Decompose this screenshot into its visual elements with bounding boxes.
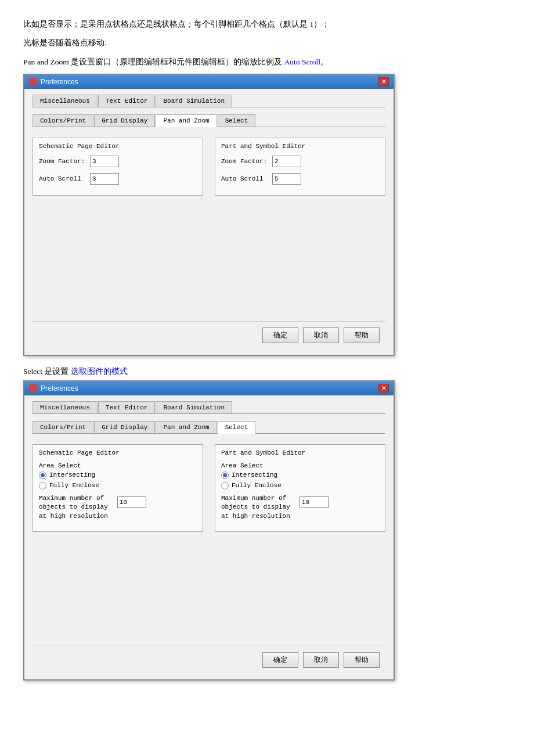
tab-miscellaneous[interactable]: Miscellaneous — [33, 95, 98, 107]
dialog2-tab-bar-row1: Miscellaneous Text Editor Board Simulati… — [33, 401, 385, 414]
dialog1-titlebar: Preferences ✕ — [24, 75, 394, 89]
dialog2-part-max-label: Maximum number of objects to display at … — [221, 494, 290, 521]
dialog2-button-bar: 确定 取消 帮助 — [33, 646, 385, 671]
intro-line3-prefix: Pan and Zoom 是设置窗口（原理图编辑框和元件图编辑框）的缩放比例及 — [23, 57, 284, 66]
dialog2-help-button[interactable]: 帮助 — [344, 652, 380, 668]
dialog2-title-left: Preferences — [29, 384, 78, 393]
dialog2-tab-colors-print[interactable]: Colors/Print — [33, 421, 93, 433]
dialog1-tab-bar-row1: Miscellaneous Text Editor Board Simulati… — [33, 95, 385, 107]
dialog2-close-button[interactable]: ✕ — [378, 384, 389, 393]
dialog2-empty-area — [33, 535, 385, 640]
dialog2-part-intersecting-radio[interactable] — [221, 471, 229, 479]
dialog2-schematic-max-row: Maximum number of objects to display at … — [39, 494, 197, 521]
dialog2-tab-grid-display[interactable]: Grid Display — [94, 421, 155, 433]
dialog2-schematic-max-label: Maximum number of objects to display at … — [39, 494, 108, 521]
dialog1-part-section: Part and Symbol Editor Zoom Factor: Auto… — [215, 138, 385, 196]
dialog2-title-text: Preferences — [41, 384, 78, 393]
dialog1-cancel-button[interactable]: 取消 — [303, 327, 339, 343]
intro-line1: 比如是否显示；是采用点状格点还是线状格点；每个引脚相距几个格点（默认是 1）； — [23, 17, 511, 31]
dialog1-part-zoom-input[interactable] — [272, 156, 301, 167]
dialog2-schematic-max-input[interactable] — [117, 496, 146, 508]
dialog2-part-section: Part and Symbol Editor Area Select Inter… — [215, 444, 385, 532]
dialog2-schematic-intersecting-row[interactable]: Intersecting — [39, 471, 197, 479]
dialog2-tab-miscellaneous[interactable]: Miscellaneous — [33, 401, 98, 413]
dialog1-part-scroll-input[interactable] — [272, 173, 301, 185]
dialog2-part-intersecting-label: Intersecting — [232, 471, 277, 478]
dialog1-schematic-title: Schematic Page Editor — [39, 143, 197, 150]
dialog1-help-button[interactable]: 帮助 — [344, 327, 380, 343]
dialog2-tab-select[interactable]: Select — [218, 421, 256, 434]
intro-line3: Pan and Zoom 是设置窗口（原理图编辑框和元件图编辑框）的缩放比例及 … — [23, 55, 511, 69]
dialog2-panel-sections: Schematic Page Editor Area Select Inters… — [33, 441, 385, 535]
dialog2-part-fullyenclose-radio[interactable] — [221, 482, 229, 489]
dialog2-tab-board-simulation[interactable]: Board Simulation — [156, 401, 232, 413]
tab-pan-and-zoom[interactable]: Pan and Zoom — [156, 114, 217, 127]
dialog2-content: Miscellaneous Text Editor Board Simulati… — [24, 395, 394, 679]
intro-auto-scroll: Auto Scroll — [284, 57, 321, 66]
dialog2-schematic-fullyenclose-label: Fully Enclose — [49, 482, 99, 489]
dialog2-schematic-fullyenclose-radio[interactable] — [39, 482, 46, 489]
section-label: Select 是设置 选取图件的模式 — [23, 366, 511, 377]
intro-line2: 光标是否随着格点移动. — [23, 36, 511, 50]
dialog1-schematic-zoom-label: Zoom Factor: — [39, 158, 85, 165]
dialog1-empty-area — [33, 199, 385, 315]
dialog2-tab-pan-and-zoom[interactable]: Pan and Zoom — [156, 421, 217, 433]
section-label-prefix: Select 是设置 — [23, 367, 71, 376]
dialog2-part-max-input[interactable] — [300, 496, 329, 508]
section-label-highlight: 选取图件的模式 — [71, 367, 128, 376]
dialog1-panel-sections: Schematic Page Editor Zoom Factor: Auto … — [33, 134, 385, 199]
dialog1-title-left: Preferences — [29, 78, 78, 86]
dialog1-part-scroll-row: Auto Scroll — [221, 173, 379, 185]
dialog1-icon — [29, 78, 37, 86]
dialog1-content: Miscellaneous Text Editor Board Simulati… — [24, 89, 394, 355]
dialog2-ok-button[interactable]: 确定 — [262, 652, 298, 668]
dialog1-part-title: Part and Symbol Editor — [221, 143, 379, 150]
preferences-dialog-1: Preferences ✕ Miscellaneous Text Editor … — [23, 74, 395, 356]
dialog2-cancel-button[interactable]: 取消 — [303, 652, 339, 668]
tab-text-editor[interactable]: Text Editor — [98, 95, 156, 107]
dialog2-tab-text-editor[interactable]: Text Editor — [98, 401, 156, 413]
dialog2-schematic-intersecting-radio[interactable] — [39, 471, 46, 479]
dialog1-ok-button[interactable]: 确定 — [262, 327, 298, 343]
dialog2-schematic-section: Schematic Page Editor Area Select Inters… — [33, 444, 203, 532]
tab-colors-print[interactable]: Colors/Print — [33, 114, 93, 127]
dialog1-part-scroll-label: Auto Scroll — [221, 175, 268, 182]
dialog1-part-zoom-row: Zoom Factor: — [221, 156, 379, 167]
dialog2-schematic-intersecting-label: Intersecting — [49, 471, 95, 478]
dialog1-tab-bar-row2: Colors/Print Grid Display Pan and Zoom S… — [33, 114, 385, 127]
preferences-dialog-2: Preferences ✕ Miscellaneous Text Editor … — [23, 380, 395, 681]
dialog1-schematic-scroll-row: Auto Scroll — [39, 173, 197, 185]
dialog2-part-intersecting-row[interactable]: Intersecting — [221, 471, 379, 479]
dialog1-schematic-zoom-row: Zoom Factor: — [39, 156, 197, 167]
dialog1-button-bar: 确定 取消 帮助 — [33, 321, 385, 347]
dialog1-part-zoom-label: Zoom Factor: — [221, 158, 268, 165]
dialog2-part-max-row: Maximum number of objects to display at … — [221, 494, 379, 521]
dialog1-schematic-scroll-label: Auto Scroll — [39, 175, 85, 182]
dialog2-part-area-label: Area Select — [221, 462, 379, 469]
dialog2-icon — [29, 384, 37, 393]
dialog2-part-fullyenclose-row[interactable]: Fully Enclose — [221, 482, 379, 489]
dialog2-tab-bar-row2: Colors/Print Grid Display Pan and Zoom S… — [33, 421, 385, 434]
tab-grid-display[interactable]: Grid Display — [94, 114, 155, 127]
dialog2-schematic-title: Schematic Page Editor — [39, 449, 197, 456]
intro-line3-suffix: 。 — [320, 57, 329, 66]
dialog1-schematic-section: Schematic Page Editor Zoom Factor: Auto … — [33, 138, 203, 196]
dialog2-schematic-area-label: Area Select — [39, 462, 197, 469]
dialog1-title-text: Preferences — [41, 78, 78, 86]
tab-board-simulation[interactable]: Board Simulation — [156, 95, 232, 107]
tab-select[interactable]: Select — [218, 114, 256, 127]
dialog1-schematic-scroll-input[interactable] — [90, 173, 119, 185]
dialog1-close-button[interactable]: ✕ — [378, 77, 389, 87]
dialog2-titlebar: Preferences ✕ — [24, 381, 394, 395]
dialog2-schematic-fullyenclose-row[interactable]: Fully Enclose — [39, 482, 197, 489]
dialog1-schematic-zoom-input[interactable] — [90, 156, 119, 167]
dialog2-part-title: Part and Symbol Editor — [221, 449, 379, 456]
dialog2-part-fullyenclose-label: Fully Enclose — [232, 482, 282, 489]
